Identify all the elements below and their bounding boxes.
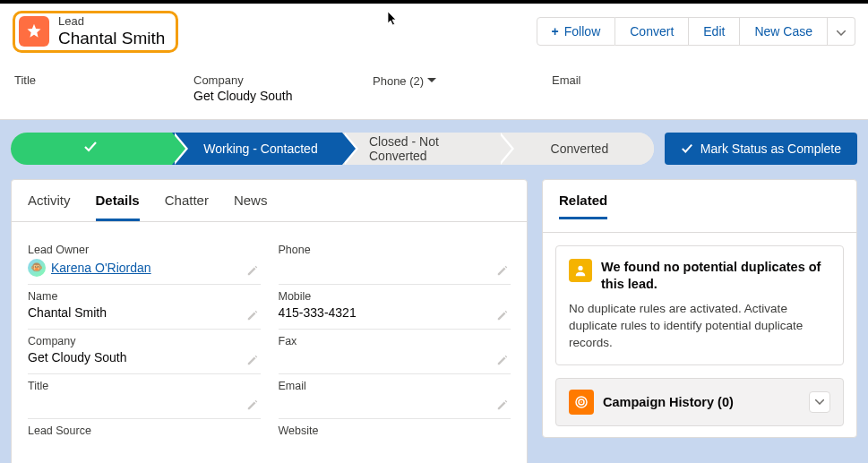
chevron-down-icon	[815, 399, 824, 405]
record-type-label: Lead	[58, 15, 165, 29]
page-body: Working - Contacted Closed - Not Convert…	[0, 120, 868, 463]
field-website: Website	[279, 419, 511, 463]
highlight-company-label: Company	[193, 73, 301, 87]
tab-details[interactable]: Details	[96, 193, 140, 221]
field-mobile: Mobile 415-333-4321	[279, 285, 511, 330]
campaign-history-card: Campaign History (0)	[555, 378, 844, 426]
chevron-down-icon	[837, 30, 846, 36]
highlight-email-label: Email	[552, 73, 659, 87]
highlight-phone-label[interactable]: Phone (2)	[373, 74, 424, 88]
field-value	[279, 395, 511, 411]
path-stage-label: Closed - Not Converted	[369, 134, 478, 163]
highlight-title: Title	[14, 73, 122, 103]
duplicates-body: No duplicate rules are activated. Activa…	[569, 301, 830, 352]
related-tab[interactable]: Related	[559, 193, 607, 219]
field-label: Company	[28, 335, 261, 347]
svg-marker-0	[28, 24, 41, 38]
field-email: Email	[279, 374, 511, 419]
field-fax: Fax	[279, 330, 511, 374]
mark-complete-label: Mark Status as Complete	[700, 141, 841, 156]
field-company: Company Get Cloudy South	[28, 330, 261, 374]
field-value: Get Cloudy South	[28, 350, 261, 366]
path-stage-closed[interactable]: Closed - Not Converted	[342, 133, 498, 165]
pencil-icon[interactable]	[496, 354, 509, 366]
duplicates-card: We found no potential duplicates of this…	[555, 245, 844, 365]
edit-button[interactable]: Edit	[689, 17, 740, 46]
highlights-row: Title Company Get Cloudy South Phone (2)…	[0, 73, 868, 120]
new-case-button[interactable]: New Case	[740, 17, 828, 46]
pencil-icon[interactable]	[246, 264, 259, 277]
field-title: Title	[28, 374, 261, 419]
tab-chatter[interactable]: Chatter	[165, 193, 209, 221]
pencil-icon[interactable]	[496, 399, 509, 411]
field-label: Name	[28, 290, 261, 303]
highlight-title-label: Title	[14, 73, 122, 87]
svg-point-4	[580, 401, 582, 403]
path-stage-complete[interactable]	[11, 133, 172, 165]
highlight-company-value: Get Cloudy South	[193, 89, 301, 103]
field-label: Fax	[279, 335, 511, 347]
record-name: Chantal Smith	[58, 29, 165, 48]
field-value	[279, 259, 511, 275]
field-name: Name Chantal Smith	[28, 285, 261, 330]
pencil-icon[interactable]	[246, 309, 259, 322]
highlight-email: Email	[552, 73, 659, 103]
field-phone: Phone	[279, 238, 511, 285]
path-stage-converted[interactable]: Converted	[498, 133, 654, 165]
field-label: Website	[279, 424, 511, 437]
field-value	[28, 440, 261, 456]
field-lead-source: Lead Source	[28, 419, 261, 463]
pencil-icon[interactable]	[246, 354, 259, 366]
mark-complete-button[interactable]: Mark Status as Complete	[665, 133, 857, 165]
field-value	[28, 395, 261, 411]
pencil-icon[interactable]	[496, 309, 509, 322]
path-stage-label: Working - Contacted	[203, 141, 317, 156]
details-card: Activity Details Chatter News Lead Owner…	[11, 179, 528, 463]
field-value	[279, 350, 511, 366]
field-value: Chantal Smith	[28, 305, 261, 322]
check-icon	[83, 140, 98, 157]
record-tabs: Activity Details Chatter News	[12, 180, 527, 222]
field-value	[279, 440, 511, 456]
field-label: Email	[279, 380, 511, 392]
field-label: Lead Source	[28, 424, 261, 437]
field-lead-owner: Lead Owner 🐵 Karena O'Riordan	[28, 238, 261, 285]
tab-news[interactable]: News	[234, 193, 268, 221]
path-stage-label: Converted	[551, 141, 609, 156]
check-icon	[681, 142, 693, 155]
svg-point-1	[578, 266, 582, 270]
avatar: 🐵	[28, 259, 46, 277]
campaign-history-title[interactable]: Campaign History (0)	[603, 395, 800, 409]
sales-path: Working - Contacted Closed - Not Convert…	[11, 133, 654, 165]
lead-owner-link[interactable]: Karena O'Riordan	[51, 261, 151, 275]
more-actions-button[interactable]	[828, 17, 855, 46]
campaign-menu-button[interactable]	[809, 391, 830, 413]
chevron-down-icon[interactable]	[427, 78, 436, 83]
tab-activity[interactable]: Activity	[28, 193, 71, 221]
campaign-icon	[569, 390, 594, 415]
field-label: Mobile	[279, 290, 511, 303]
field-label: Phone	[279, 244, 511, 256]
field-label: Lead Owner	[28, 244, 261, 256]
highlight-company: Company Get Cloudy South	[193, 73, 301, 103]
lead-title-block: Lead Chantal Smith	[13, 11, 178, 53]
field-value: 415-333-4321	[279, 305, 511, 322]
path-row: Working - Contacted Closed - Not Convert…	[11, 133, 857, 165]
path-stage-working[interactable]: Working - Contacted	[172, 133, 342, 165]
person-icon	[569, 259, 592, 282]
pencil-icon[interactable]	[496, 264, 509, 277]
pencil-icon[interactable]	[246, 399, 259, 411]
lead-icon	[19, 16, 49, 47]
highlight-phone: Phone (2)	[373, 73, 480, 103]
record-header: Lead Chantal Smith Follow Convert Edit N…	[0, 4, 868, 79]
duplicates-title: We found no potential duplicates of this…	[601, 259, 830, 293]
convert-button[interactable]: Convert	[615, 17, 689, 46]
follow-button[interactable]: Follow	[537, 17, 616, 46]
related-card: Related We found no potential duplicates…	[542, 179, 857, 438]
details-grid: Lead Owner 🐵 Karena O'Riordan Phone Name…	[12, 222, 527, 463]
header-actions: Follow Convert Edit New Case	[537, 17, 855, 46]
field-label: Title	[28, 380, 261, 392]
